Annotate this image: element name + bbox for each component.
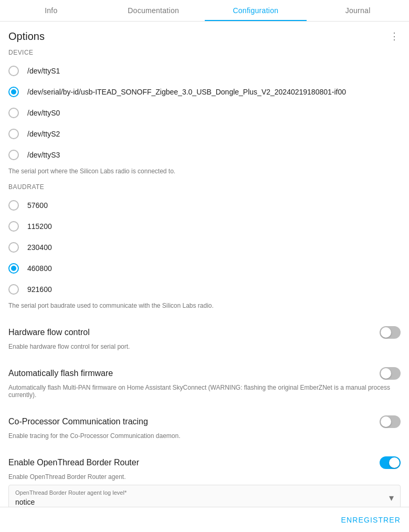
log-level-arrow-icon: ▾: [389, 492, 394, 504]
save-button[interactable]: ENREGISTRER: [341, 516, 401, 524]
device-option-label-3: /dev/ttyS2: [27, 130, 60, 138]
auto-flash-section: Automatically flash firmware Automatical…: [8, 359, 401, 399]
baudrate-option-label-4: 921600: [27, 285, 52, 294]
baudrate-radio-2[interactable]: [8, 242, 19, 253]
options-header: Options ⋮: [8, 22, 401, 49]
baudrate-label: Baudrate: [8, 183, 401, 191]
coprocessor-label: Co-Processor Communication tracing: [8, 417, 148, 426]
baudrate-option-label-3: 460800: [27, 264, 52, 273]
tab-documentation[interactable]: Documentation: [102, 0, 205, 21]
device-option-1[interactable]: /dev/serial/by-id/usb-ITEAD_SONOFF_Zigbe…: [8, 81, 401, 102]
openthread-row: Enable OpenThread Border Router: [8, 448, 401, 471]
tab-configuration[interactable]: Configuration: [205, 0, 307, 21]
log-level-label: OpenThread Border Router agent log level…: [15, 489, 394, 496]
baudrate-radio-group: 57600 115200 230400 460800 921600: [8, 195, 401, 300]
device-option-label-2: /dev/ttyS0: [27, 109, 60, 117]
log-level-value: notice: [15, 498, 394, 506]
baudrate-option-4[interactable]: 921600: [8, 279, 401, 300]
baudrate-option-1[interactable]: 115200: [8, 216, 401, 237]
auto-flash-row: Automatically flash firmware: [8, 359, 401, 382]
baudrate-option-label-1: 115200: [27, 222, 52, 231]
main-content: Options ⋮ Device /dev/ttyS1 /dev/serial/…: [0, 22, 409, 532]
coprocessor-section: Co-Processor Communication tracing Enabl…: [8, 407, 401, 440]
openthread-help: Enable OpenThread Border Router agent.: [8, 473, 401, 481]
coprocessor-help: Enable tracing for the Co-Processor Comm…: [8, 432, 401, 440]
device-option-3[interactable]: /dev/ttyS2: [8, 123, 401, 144]
baudrate-radio-1[interactable]: [8, 221, 19, 232]
hardware-flow-toggle[interactable]: [380, 326, 401, 339]
baudrate-option-2[interactable]: 230400: [8, 237, 401, 258]
coprocessor-row: Co-Processor Communication tracing: [8, 407, 401, 430]
auto-flash-toggle[interactable]: [380, 367, 401, 380]
device-radio-3[interactable]: [8, 129, 19, 139]
device-section: Device /dev/ttyS1 /dev/serial/by-id/usb-…: [8, 49, 401, 175]
openthread-label: Enable OpenThread Border Router: [8, 458, 139, 467]
hardware-flow-label: Hardware flow control: [8, 328, 90, 337]
hardware-flow-row: Hardware flow control: [8, 318, 401, 341]
hardware-flow-help: Enable hardware flow control for serial …: [8, 343, 401, 350]
coprocessor-toggle[interactable]: [380, 415, 401, 428]
baudrate-option-label-2: 230400: [27, 243, 52, 252]
baudrate-option-label-0: 57600: [27, 201, 48, 210]
baudrate-option-3[interactable]: 460800: [8, 258, 401, 279]
tab-info[interactable]: Info: [0, 0, 102, 21]
auto-flash-help: Automatically flash Multi-PAN firmware o…: [8, 384, 401, 399]
device-radio-1[interactable]: [8, 87, 19, 97]
baudrate-option-0[interactable]: 57600: [8, 195, 401, 216]
device-option-label-4: /dev/ttyS3: [27, 151, 60, 159]
device-option-0[interactable]: /dev/ttyS1: [8, 60, 401, 81]
bottom-bar: ENREGISTRER: [0, 507, 409, 532]
tab-journal[interactable]: Journal: [307, 0, 409, 21]
tab-bar: Info Documentation Configuration Journal: [0, 0, 409, 22]
device-radio-0[interactable]: [8, 66, 19, 76]
openthread-toggle[interactable]: [380, 456, 401, 469]
device-option-4[interactable]: /dev/ttyS3: [8, 144, 401, 165]
device-option-label-1: /dev/serial/by-id/usb-ITEAD_SONOFF_Zigbe…: [27, 88, 346, 96]
device-radio-2[interactable]: [8, 108, 19, 118]
device-help: The serial port where the Silicon Labs r…: [8, 168, 401, 175]
device-option-2[interactable]: /dev/ttyS0: [8, 102, 401, 123]
device-radio-4[interactable]: [8, 150, 19, 160]
device-radio-group: /dev/ttyS1 /dev/serial/by-id/usb-ITEAD_S…: [8, 60, 401, 165]
baudrate-radio-4[interactable]: [8, 284, 19, 295]
page-title: Options: [8, 30, 45, 43]
hardware-flow-section: Hardware flow control Enable hardware fl…: [8, 318, 401, 350]
baudrate-radio-0[interactable]: [8, 200, 19, 211]
baudrate-section: Baudrate 57600 115200 230400 460800 9216…: [8, 183, 401, 309]
baudrate-help: The serial port baudrate used to communi…: [8, 302, 401, 309]
more-options-button[interactable]: ⋮: [388, 30, 401, 43]
auto-flash-label: Automatically flash firmware: [8, 369, 113, 378]
device-option-label-0: /dev/ttyS1: [27, 67, 60, 75]
device-label: Device: [8, 49, 401, 56]
baudrate-radio-3[interactable]: [8, 263, 19, 274]
